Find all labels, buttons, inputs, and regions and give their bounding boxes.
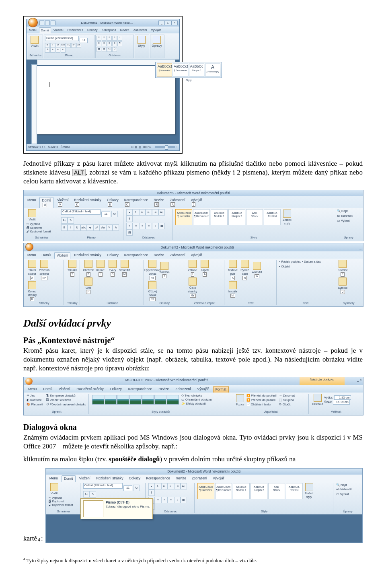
- tab-menu[interactable]: Menu: [26, 386, 39, 393]
- tab-zobrazení[interactable]: Zobrazení: [132, 27, 149, 33]
- insert-graf[interactable]: GrafH: [83, 278, 94, 294]
- tab-korespondence[interactable]: Korespondence: [122, 252, 150, 259]
- style-¶ Normální[interactable]: AaBbCcDd¶ Normální: [175, 209, 192, 225]
- picture-styles-gallery[interactable]: [92, 395, 179, 405]
- crop-button[interactable]: Oříznout: [312, 394, 323, 406]
- insert-titulní-strana[interactable]: Titulní stranaA: [27, 260, 38, 280]
- paste-button[interactable]: Vložit: [27, 209, 38, 221]
- change-styles-button[interactable]: Změnit styly: [304, 483, 315, 499]
- insert-křížový-odkaz[interactable]: Křížový odkazRZ: [147, 281, 158, 302]
- tab-vývojář[interactable]: Vývojář: [195, 386, 211, 393]
- tab-zobrazení[interactable]: Zobrazení: [173, 386, 193, 393]
- tab-korespondence[interactable]: KorespondenceO: [122, 197, 150, 208]
- style-¶ Bez mezer[interactable]: AaBbCcDd¶ Bez mezer: [173, 64, 188, 76]
- tab-menu[interactable]: Menu: [47, 475, 60, 482]
- styles-gallery[interactable]: AaBbCcDd¶ NormálníAaBbCcDd¶ Bez mezerAaB…: [197, 483, 331, 499]
- status-words[interactable]: Slova: 0: [48, 145, 58, 149]
- tab-korespond[interactable]: Korespond: [100, 27, 117, 33]
- tab-revize[interactable]: Revize: [119, 27, 131, 33]
- style-Nadpis 2[interactable]: AaBbCcNadpis 2: [250, 483, 267, 499]
- font-name-combo[interactable]: Calibri (Základní text): [83, 483, 123, 489]
- tab-revize[interactable]: Revize: [152, 252, 166, 259]
- tab-domů[interactable]: DomůÚ: [39, 197, 53, 208]
- tab-vložení[interactable]: Vložení: [77, 475, 92, 482]
- tab-domů[interactable]: Domů: [39, 27, 51, 33]
- tab-menu[interactable]: Menu: [25, 252, 38, 259]
- style-Nadpis 1[interactable]: AaBbCcNadpis 1: [189, 64, 204, 76]
- tab-domů[interactable]: Domů: [62, 475, 76, 482]
- picture-shape-button[interactable]: ◇ Tvar obrázku: [181, 394, 212, 398]
- tab-odkazy[interactable]: Odkazy: [127, 475, 143, 482]
- style-¶ Bez mezer[interactable]: AaBbCcDd¶ Bez mezer: [215, 483, 232, 499]
- tab-revize[interactable]: RevizeR: [152, 197, 166, 208]
- ribbon-tabs-dlg[interactable]: MenuDomůVloženíRozložení stránkyOdkazyKo…: [46, 475, 362, 482]
- tab-korespondence[interactable]: Korespondence: [144, 475, 172, 482]
- change-picture-button[interactable]: 🖼 Změnit obrázek: [46, 398, 87, 402]
- insert-konec-stránky[interactable]: Konec stránkyK: [27, 281, 38, 302]
- width-input[interactable]: 16,19 cm: [333, 400, 350, 405]
- status-lang[interactable]: Čeština: [61, 145, 70, 149]
- position-button[interactable]: Pozice: [234, 394, 246, 406]
- style-¶ Normální[interactable]: AaBbCcDd¶ Normální: [157, 64, 172, 76]
- change-styles-button[interactable]: AZměnit styly: [205, 64, 220, 76]
- font-name-combo[interactable]: Calibri (Základní text): [61, 209, 101, 215]
- office-button[interactable]: [25, 378, 33, 385]
- ruler-horizontal[interactable]: [37, 60, 175, 65]
- replace-button[interactable]: ab Nahradit: [337, 214, 353, 218]
- insert-tabulka[interactable]: TabulkaT: [67, 260, 78, 277]
- style-Nadpis 1[interactable]: AaBbCcNadpis 1: [211, 209, 228, 225]
- tab-format-context[interactable]: Formát: [213, 386, 229, 393]
- style-Název[interactable]: AaBNázev: [268, 483, 285, 499]
- tab-vložení[interactable]: VloženíV: [55, 197, 70, 208]
- insert-rychlé-části[interactable]: Rychlé částiR: [239, 260, 250, 280]
- minimize-icon[interactable]: _: [357, 378, 359, 382]
- picture-border-button[interactable]: ▭ Ohraničení obrázku: [181, 398, 212, 402]
- tab-menu[interactable]: Menu: [27, 27, 38, 33]
- style-Název[interactable]: AaBNázev: [246, 209, 263, 225]
- insert-tvary[interactable]: TvaryS: [107, 260, 118, 277]
- style-¶ Normální[interactable]: AaBbCcDd¶ Normální: [197, 483, 214, 499]
- tab-vývojář[interactable]: Vývojář: [189, 252, 204, 259]
- styles-gallery-popup[interactable]: AaBbCcDd¶ NormálníAaBbCcDd¶ Bez mezerAaB…: [155, 62, 222, 78]
- tab-vývojář[interactable]: Vývojář: [211, 475, 226, 482]
- height-input[interactable]: 1,83 cm: [334, 395, 351, 400]
- font-size-combo[interactable]: 11: [80, 38, 88, 43]
- tab-rozložení stránky[interactable]: Rozložení stránky: [94, 475, 125, 482]
- picture-effects-button[interactable]: ✨ Efekty obrázků: [181, 402, 212, 406]
- insert-prázdná-stránka[interactable]: Prázdná stránkaNP: [39, 260, 50, 280]
- contrast-button[interactable]: ◐ Kontrast: [27, 398, 44, 402]
- insert-číslo-stránky[interactable]: Číslo stránkyNY: [187, 278, 198, 298]
- insert-klipart[interactable]: KlipartL: [95, 260, 106, 277]
- quick-access-toolbar[interactable]: [39, 21, 55, 25]
- change-styles-button[interactable]: Změnit styly: [281, 210, 293, 225]
- tab-zobrazení[interactable]: Zobrazení: [190, 475, 209, 482]
- paste-button[interactable]: Vložit: [49, 483, 60, 495]
- font-buttons-row[interactable]: BIUabcx₂x²Aa: [45, 43, 93, 48]
- style-Podtitul[interactable]: AaBbCc.Podtitul: [264, 209, 281, 225]
- insert-hypertextový-odkaz[interactable]: Hypertextový odkazHT: [147, 260, 158, 280]
- tab-vývojář[interactable]: VývojářJ: [189, 197, 204, 208]
- recolor-button[interactable]: 🎨 Přebarvit: [27, 403, 44, 407]
- insert-symbol[interactable]: SymbolU: [337, 278, 348, 294]
- select-button[interactable]: ▭ Vybrat: [337, 219, 350, 223]
- ribbon-tabs-insert[interactable]: MenuDomůVloženíRozložení stránkyOdkazyKo…: [24, 251, 363, 259]
- status-page[interactable]: Stránka: 1 z 1: [28, 145, 45, 149]
- insert-zápatí[interactable]: ZápatíA: [199, 260, 210, 277]
- tab-revize[interactable]: Revize: [174, 475, 188, 482]
- tab-rozložení stránky[interactable]: Rozložení stránky: [74, 386, 106, 393]
- window-controls[interactable]: _□×: [158, 21, 178, 25]
- tab-vložení[interactable]: Vložení: [57, 386, 72, 393]
- tab-odkazy[interactable]: Odkazy: [108, 386, 124, 393]
- tab-rozložení stránky[interactable]: Rozložení stránkyK: [72, 197, 103, 208]
- zoom-control[interactable]: ⊡▤▥ 100 % −+: [131, 145, 178, 149]
- compress-button[interactable]: 🗜 Komprese obrázků: [46, 394, 87, 398]
- insert-záhlaví[interactable]: ZáhlavíI: [187, 260, 198, 277]
- insert-iniciála[interactable]: IniciálaNI: [227, 281, 238, 298]
- style-Podtitul[interactable]: AaBbCc.Podtitul: [286, 483, 303, 499]
- tab-vložení[interactable]: Vložení: [54, 252, 70, 259]
- ribbon-tabs-alt[interactable]: MenuDomůÚVloženíVRozložení stránkyKOdkaz…: [24, 196, 363, 208]
- tab-domů[interactable]: Domů: [41, 386, 54, 393]
- find-button[interactable]: 🔍 Najít: [337, 209, 348, 213]
- ribbon-tabs-format[interactable]: MenuDomůVloženíRozložení stránkyOdkazyKo…: [24, 385, 363, 393]
- document-page[interactable]: AaBbCcDd¶ NormálníAaBbCcDd¶ Bez mezerAaB…: [37, 66, 175, 134]
